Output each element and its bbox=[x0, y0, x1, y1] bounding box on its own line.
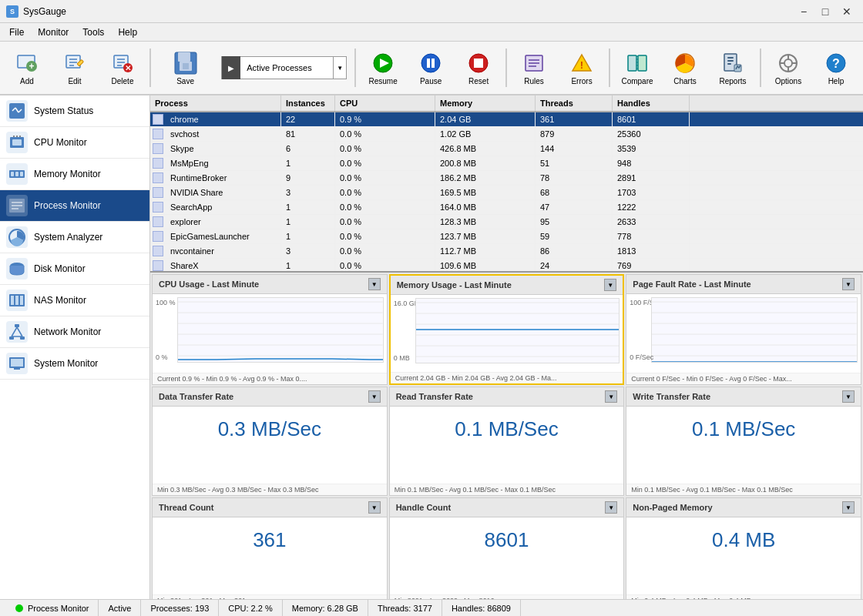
chart-dropdown-button[interactable]: ▼ bbox=[368, 390, 381, 403]
sidebar-item-system-status[interactable]: System Status bbox=[0, 95, 149, 127]
menu-file[interactable]: File bbox=[3, 25, 30, 39]
svg-rect-32 bbox=[638, 55, 646, 71]
cpu-monitor-label: CPU Monitor bbox=[34, 137, 87, 148]
reset-label: Reset bbox=[468, 77, 489, 85]
menu-help[interactable]: Help bbox=[112, 25, 143, 39]
chart-memory-usage: Memory Usage - Last Minute ▼ 16.0 GB 0 M… bbox=[389, 274, 625, 385]
dropdown-arrow-icon[interactable]: ▼ bbox=[333, 56, 346, 79]
sidebar-item-system-analyzer[interactable]: System Analyzer bbox=[0, 222, 149, 253]
svg-text:?: ? bbox=[832, 57, 840, 70]
edit-icon bbox=[62, 51, 87, 75]
system-analyzer-label: System Analyzer bbox=[34, 232, 102, 243]
col-process[interactable]: Process bbox=[150, 95, 281, 111]
table-row[interactable]: nvcontainer 3 0.0 % 112.7 MB 86 1813 bbox=[150, 244, 863, 259]
row-icon bbox=[153, 202, 163, 213]
errors-button[interactable]: ! Errors bbox=[559, 45, 604, 91]
add-button[interactable]: + Add bbox=[5, 45, 49, 91]
help-button[interactable]: ? Help bbox=[814, 45, 858, 91]
table-row[interactable]: svchost 81 0.0 % 1.02 GB 879 25360 bbox=[150, 127, 863, 142]
svg-rect-87 bbox=[416, 299, 620, 363]
chart-cpu-usage: CPU Usage - Last Minute ▼ 100 % 0 % Curr… bbox=[152, 274, 388, 385]
reports-icon bbox=[720, 51, 745, 75]
close-button[interactable]: ✕ bbox=[837, 4, 857, 19]
maximize-button[interactable]: □ bbox=[815, 4, 835, 19]
table-row[interactable]: EpicGamesLauncher 1 0.0 % 123.7 MB 59 77… bbox=[150, 229, 863, 244]
sidebar-item-cpu-monitor[interactable]: CPU Monitor bbox=[0, 127, 149, 159]
rules-icon bbox=[522, 51, 546, 75]
reports-button[interactable]: Reports bbox=[710, 45, 755, 91]
menu-monitor[interactable]: Monitor bbox=[32, 25, 75, 39]
chart-dropdown-button[interactable]: ▼ bbox=[842, 501, 855, 514]
rules-button[interactable]: Rules bbox=[512, 45, 556, 91]
big-value: 0.1 MB/Sec bbox=[455, 417, 558, 441]
chart-dropdown-button[interactable]: ▼ bbox=[604, 279, 616, 291]
sidebar-item-network-monitor[interactable]: Network Monitor bbox=[0, 316, 149, 348]
table-row[interactable]: ShareX 1 0.0 % 109.6 MB 24 769 bbox=[150, 259, 863, 271]
sidebar-item-disk-monitor[interactable]: Disk Monitor bbox=[0, 253, 149, 285]
chart-dropdown-button[interactable]: ▼ bbox=[842, 390, 855, 403]
active-processes-button[interactable]: ▶ Active Processes ▼ bbox=[221, 56, 347, 79]
table-row[interactable]: SearchApp 1 0.0 % 164.0 MB 47 1222 bbox=[150, 200, 863, 215]
chart-dropdown-button[interactable]: ▼ bbox=[605, 390, 617, 403]
errors-icon: ! bbox=[569, 51, 594, 75]
table-row[interactable]: NVIDIA Share 3 0.0 % 169.5 MB 68 1703 bbox=[150, 186, 863, 200]
chart-non-paged-memory: Non-Paged Memory ▼ 0.4 MB Min 0.4 MB - A… bbox=[626, 497, 861, 599]
minimize-button[interactable]: − bbox=[794, 4, 814, 19]
pause-button[interactable]: Pause bbox=[408, 45, 453, 91]
chart-footer: Current 0 F/Sec - Min 0 F/Sec - Avg 0 F/… bbox=[626, 373, 861, 384]
toolbar-sep-3 bbox=[505, 49, 507, 87]
instances-cell: 1 bbox=[281, 259, 335, 271]
main-content: System Status CPU Monitor Memory Monitor… bbox=[0, 95, 863, 599]
row-icon bbox=[153, 158, 163, 169]
chart-dropdown-button[interactable]: ▼ bbox=[842, 278, 855, 290]
delete-button[interactable]: ✕ Delete bbox=[100, 45, 145, 91]
handles-cell: 3539 bbox=[613, 142, 690, 156]
edit-button[interactable]: Edit bbox=[52, 45, 97, 91]
table-row[interactable]: chrome 22 0.9 % 2.04 GB 361 8601 bbox=[150, 112, 863, 127]
title-bar: S SysGauge − □ ✕ bbox=[0, 0, 863, 23]
sidebar-item-system-monitor[interactable]: System Monitor bbox=[0, 348, 149, 380]
sidebar-item-nas-monitor[interactable]: NAS Monitor bbox=[0, 285, 149, 316]
sidebar-item-process-monitor[interactable]: Process Monitor bbox=[0, 190, 149, 222]
col-cpu[interactable]: CPU bbox=[335, 95, 435, 111]
resume-button[interactable]: Resume bbox=[361, 45, 405, 91]
cpu-cell: 0.0 % bbox=[335, 259, 435, 271]
app-title: SysGauge bbox=[23, 6, 66, 17]
chart-dropdown-button[interactable]: ▼ bbox=[368, 278, 381, 290]
table-row[interactable]: RuntimeBroker 9 0.0 % 186.2 MB 78 2891 bbox=[150, 171, 863, 186]
svg-text:!: ! bbox=[580, 59, 583, 71]
col-threads[interactable]: Threads bbox=[536, 95, 613, 111]
chart-body: 361 bbox=[153, 517, 387, 594]
chart-header: Thread Count ▼ bbox=[153, 498, 387, 517]
pause-icon bbox=[418, 51, 443, 75]
status-threads: Threads: 3177 bbox=[368, 600, 442, 616]
graph-area: 100 % 0 % bbox=[156, 297, 384, 363]
charts-button[interactable]: Charts bbox=[663, 45, 707, 91]
nas-monitor-icon bbox=[6, 290, 28, 311]
table-row[interactable]: Skype 6 0.0 % 426.8 MB 144 3539 bbox=[150, 142, 863, 156]
save-button[interactable]: Save bbox=[156, 45, 215, 91]
toolbar-sep-5 bbox=[760, 49, 761, 87]
process-name: chrome bbox=[166, 112, 280, 126]
col-instances[interactable]: Instances bbox=[281, 95, 335, 111]
col-memory[interactable]: Memory bbox=[435, 95, 536, 111]
chart-footer: Min 8601 - Avg 8609 - Max 8616 bbox=[390, 594, 624, 599]
table-row[interactable]: MsMpEng 1 0.0 % 200.8 MB 51 948 bbox=[150, 156, 863, 171]
chart-footer: Min 0.1 MB/Sec - Avg 0.1 MB/Sec - Max 0.… bbox=[626, 484, 861, 495]
chart-dropdown-button[interactable]: ▼ bbox=[605, 501, 617, 514]
chart-handle-count: Handle Count ▼ 8601 Min 8601 - Avg 8609 … bbox=[389, 497, 625, 599]
charts-grid: CPU Usage - Last Minute ▼ 100 % 0 % Curr… bbox=[150, 273, 863, 599]
help-icon: ? bbox=[824, 51, 848, 75]
memory-cell: 123.7 MB bbox=[435, 229, 536, 243]
value-card: 361 bbox=[154, 519, 385, 561]
menu-tools[interactable]: Tools bbox=[76, 25, 110, 39]
cpu-cell: 0.9 % bbox=[335, 112, 435, 126]
chart-dropdown-button[interactable]: ▼ bbox=[368, 501, 381, 514]
reset-button[interactable]: Reset bbox=[456, 45, 501, 91]
table-row[interactable]: explorer 1 0.0 % 128.3 MB 95 2633 bbox=[150, 215, 863, 229]
compare-button[interactable]: Compare bbox=[615, 45, 660, 91]
options-button[interactable]: Options bbox=[766, 45, 811, 91]
sidebar-item-memory-monitor[interactable]: Memory Monitor bbox=[0, 159, 149, 190]
chart-header: Read Transfer Rate ▼ bbox=[390, 387, 624, 407]
col-handles[interactable]: Handles bbox=[613, 95, 690, 111]
